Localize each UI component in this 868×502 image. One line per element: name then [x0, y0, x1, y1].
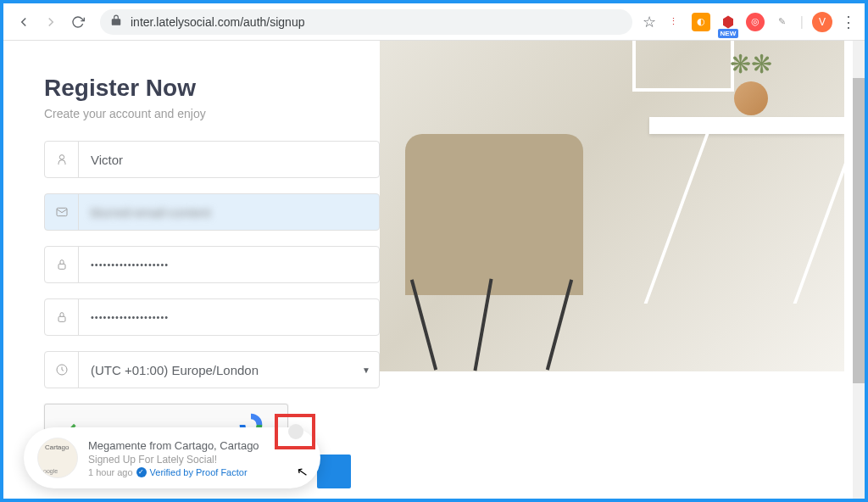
clock-icon	[45, 352, 79, 388]
proof-meta: 1 hour ago ✓ Verified by Proof Factor	[88, 467, 307, 477]
new-badge: NEW	[718, 29, 739, 38]
lock-icon	[45, 247, 79, 282]
timezone-select[interactable]: (UTC +01:00) Europe/London	[79, 352, 379, 388]
page-subtitle: Create your account and enjoy	[44, 107, 380, 120]
reload-button[interactable]	[66, 10, 90, 34]
ext-icon-1[interactable]: ⋮	[665, 13, 683, 31]
star-icon[interactable]: ☆	[643, 13, 656, 31]
chevron-down-icon: ▼	[362, 365, 370, 375]
lock-icon	[110, 14, 122, 30]
user-icon	[45, 142, 79, 177]
password-input[interactable]	[79, 247, 379, 282]
scrollbar[interactable]	[853, 41, 865, 499]
back-button[interactable]	[12, 10, 36, 34]
page-container: Register Now Create your account and enj…	[3, 41, 865, 499]
proof-subtitle: Signed Up For Lately Social!	[88, 454, 307, 466]
page-title: Register Now	[44, 75, 380, 102]
email-input-group	[44, 193, 380, 231]
user-avatar[interactable]: V	[812, 12, 832, 32]
confirm-password-input[interactable]	[79, 299, 379, 335]
svg-rect-1	[57, 208, 67, 215]
address-bar[interactable]: inter.latelysocial.com/auth/signup	[100, 9, 632, 35]
svg-rect-2	[58, 264, 65, 269]
menu-button[interactable]: ⋮	[841, 13, 856, 31]
ext-icon-4[interactable]: ◎	[746, 13, 765, 31]
annotation-highlight	[275, 414, 315, 449]
browser-toolbar: inter.latelysocial.com/auth/signup ☆ ⋮ ◐…	[3, 3, 865, 41]
url-text: inter.latelysocial.com/auth/signup	[131, 15, 304, 29]
confirm-password-input-group	[44, 298, 380, 336]
email-icon	[45, 194, 79, 230]
ext-icon-5[interactable]: ✎	[773, 13, 792, 31]
scrollbar-thumb[interactable]	[853, 78, 865, 383]
ext-icon-2[interactable]: ◐	[692, 13, 710, 31]
name-input[interactable]	[79, 142, 379, 177]
hero-section: ❋❋	[380, 41, 865, 499]
hero-image: ❋❋	[380, 41, 844, 371]
email-input[interactable]	[79, 194, 379, 230]
name-input-group	[44, 141, 380, 178]
lock-icon	[45, 299, 79, 335]
map-thumbnail: Cartago oogle	[37, 438, 78, 478]
ext-icon-3[interactable]: NEW	[719, 13, 737, 31]
svg-rect-3	[58, 316, 65, 321]
timezone-select-group: (UTC +01:00) Europe/London ▼	[44, 351, 380, 388]
submit-button[interactable]	[317, 455, 351, 488]
svg-point-0	[59, 155, 64, 159]
verify-badge-icon: ✓	[136, 467, 147, 477]
forward-button[interactable]	[39, 10, 63, 34]
toolbar-icons: ☆ ⋮ ◐ NEW ◎ ✎ | V ⋮	[643, 12, 856, 32]
password-input-group	[44, 246, 380, 283]
